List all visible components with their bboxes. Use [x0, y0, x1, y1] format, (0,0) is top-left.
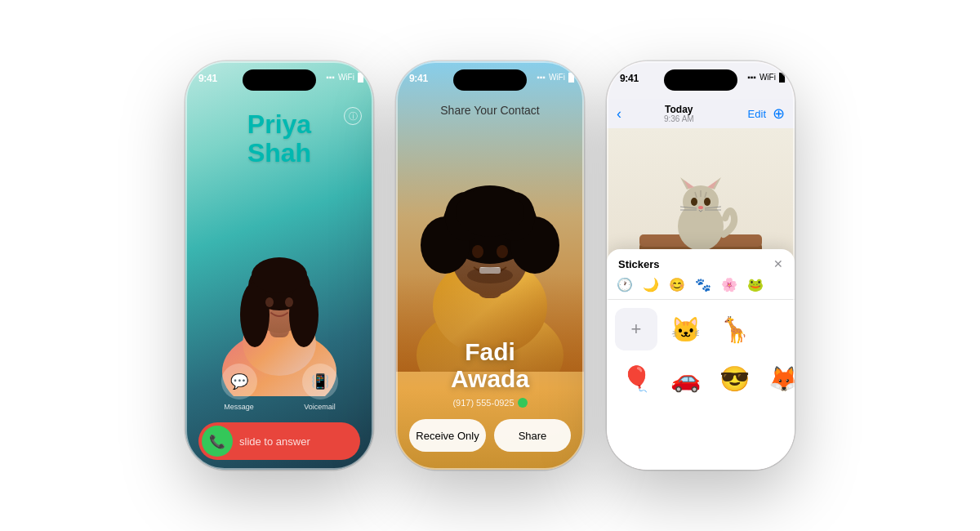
- share-button[interactable]: Share: [494, 419, 571, 452]
- share-contact-label: Share Your Contact: [396, 104, 584, 117]
- svg-point-21: [472, 245, 483, 258]
- svg-point-8: [265, 297, 274, 307]
- phones-container: 9:41 ▪▪▪ WiFi █ ⓘ Priya Shah: [169, 45, 811, 486]
- emoji-tab[interactable]: 😊: [669, 277, 685, 292]
- balloon-sticker[interactable]: 🎈: [615, 357, 657, 399]
- dynamic-island-3: [664, 69, 737, 91]
- svg-point-34: [691, 198, 697, 206]
- cat-sticker[interactable]: 🐱: [664, 308, 706, 350]
- empty-slot: [762, 308, 795, 350]
- svg-point-6: [289, 282, 318, 347]
- wifi-icon: WiFi: [338, 73, 354, 82]
- sticker-panel-title: Stickers: [618, 258, 660, 270]
- car-sticker[interactable]: 🚗: [664, 357, 706, 399]
- message-action[interactable]: 💬 Message: [221, 364, 257, 411]
- messages-nav-bar: ‹ Today 9:36 AM Edit ⊕: [607, 99, 795, 128]
- svg-point-9: [285, 297, 293, 307]
- moon-tab[interactable]: 🌙: [643, 277, 659, 292]
- phone-1: 9:41 ▪▪▪ WiFi █ ⓘ Priya Shah: [185, 61, 373, 470]
- dynamic-island-1: [243, 69, 316, 91]
- voicemail-label: Voicemail: [304, 403, 336, 411]
- phone-2-screen: 9:41 ▪▪▪ WiFi █ Share Your Contact: [396, 61, 584, 470]
- slide-to-answer-bar[interactable]: 📞 slide to answer: [198, 422, 360, 460]
- signal-icon: ▪▪▪: [326, 73, 335, 82]
- sticker-panel-header: Stickers ✕: [607, 249, 795, 274]
- animal-tab-1[interactable]: 🐾: [695, 277, 711, 292]
- dynamic-island-2: [453, 69, 527, 91]
- info-icon[interactable]: ⓘ: [344, 107, 362, 125]
- phone-2-time: 9:41: [409, 73, 428, 84]
- message-icon: 💬: [221, 364, 257, 399]
- svg-point-35: [704, 198, 710, 206]
- receive-only-button[interactable]: Receive Only: [409, 419, 486, 452]
- phone-3-time: 9:41: [620, 73, 639, 84]
- svg-point-5: [240, 282, 270, 347]
- battery-icon-2: █: [568, 73, 574, 82]
- contact-firstname: Fadi: [396, 338, 584, 365]
- voicemail-action[interactable]: 📳 Voicemail: [302, 364, 338, 411]
- add-sticker-button[interactable]: +: [615, 308, 657, 350]
- wifi-icon-3: WiFi: [760, 73, 776, 82]
- svg-point-20: [456, 188, 524, 237]
- battery-icon: █: [358, 73, 363, 82]
- animal-tab-2[interactable]: 🌸: [721, 277, 737, 292]
- svg-point-36: [698, 206, 703, 209]
- svg-point-22: [497, 245, 508, 258]
- share-contact-buttons: Receive Only Share: [409, 419, 571, 452]
- edit-button[interactable]: Edit: [748, 108, 766, 120]
- phone-3-screen: 9:41 ▪▪▪ WiFi █ ‹ Today 9:36 AM: [607, 61, 795, 470]
- recent-tab[interactable]: 🕐: [617, 277, 633, 292]
- more-icon[interactable]: ⊕: [773, 105, 785, 123]
- call-action-buttons: 💬 Message 📳 Voicemail: [198, 364, 360, 411]
- nav-time: 9:36 AM: [610, 114, 748, 123]
- sticker-grid: + 🐱 🦒 🎈 🚗 😎 🦊: [607, 300, 795, 408]
- phone-2-status-icons: ▪▪▪ WiFi █: [537, 73, 574, 82]
- fox-sticker[interactable]: 🦊: [762, 357, 795, 399]
- answer-button[interactable]: 📞: [202, 426, 233, 457]
- contact-phone-number: (917) 555-0925: [396, 398, 584, 408]
- signal-icon-3: ▪▪▪: [747, 73, 756, 82]
- wifi-icon-2: WiFi: [549, 73, 565, 82]
- sticker-close-button[interactable]: ✕: [773, 257, 783, 270]
- voicemail-icon: 📳: [302, 364, 338, 399]
- phone-1-status-icons: ▪▪▪ WiFi █: [326, 73, 363, 82]
- phone-3: 9:41 ▪▪▪ WiFi █ ‹ Today 9:36 AM: [607, 61, 795, 470]
- nav-date: Today: [610, 105, 748, 114]
- frog-tab[interactable]: 🐸: [747, 277, 764, 292]
- caller-lastname: Shah: [185, 139, 373, 167]
- battery-icon-3: █: [779, 73, 785, 82]
- phone-2: 9:41 ▪▪▪ WiFi █ Share Your Contact: [396, 61, 584, 470]
- contact-lastname: Awada: [396, 365, 584, 392]
- contact-name: Fadi Awada: [396, 338, 584, 392]
- signal-icon-2: ▪▪▪: [537, 73, 546, 82]
- cool-sticker[interactable]: 😎: [713, 357, 755, 399]
- slide-text: slide to answer: [239, 435, 357, 448]
- sticker-tabs: 🕐 🌙 😊 🐾 🌸 🐸: [607, 274, 795, 300]
- sticker-panel: Stickers ✕ 🕐 🌙 😊 🐾 🌸 🐸 +: [607, 249, 795, 470]
- verified-icon: [518, 398, 528, 408]
- phone-1-screen: 9:41 ▪▪▪ WiFi █ ⓘ Priya Shah: [185, 61, 373, 470]
- giraffe-sticker[interactable]: 🦒: [713, 308, 755, 350]
- nav-center: Today 9:36 AM: [610, 105, 748, 123]
- phone-1-time: 9:41: [198, 73, 217, 84]
- svg-point-7: [252, 257, 307, 293]
- message-label: Message: [224, 403, 254, 411]
- call-controls: 💬 Message 📳 Voicemail 📞 slide to answer: [185, 364, 373, 470]
- phone-3-status-icons: ▪▪▪ WiFi █: [747, 73, 785, 82]
